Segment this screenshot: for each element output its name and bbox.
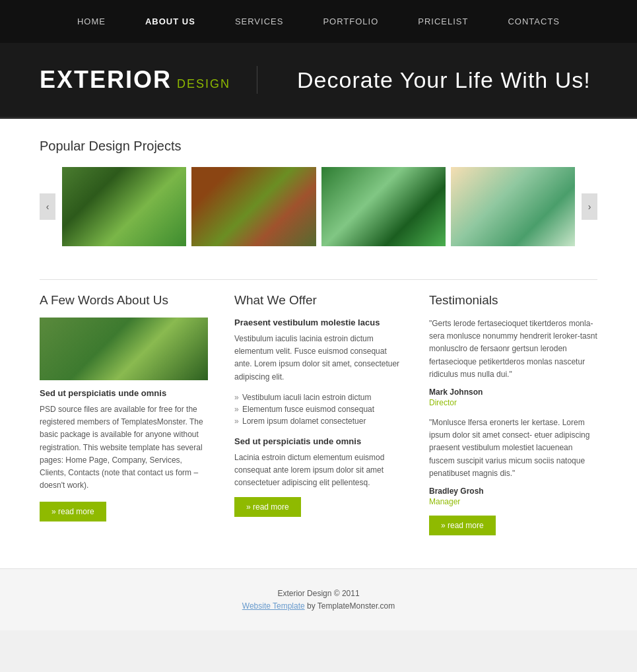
offer-list-item-1: Vestibulum iaculi lacin estroin dictum bbox=[234, 391, 403, 403]
offer-text-2: Lacinia estroin dictum elementum euismod… bbox=[234, 452, 403, 490]
testimonials-title: Testimonials bbox=[429, 293, 597, 308]
carousel-prev[interactable]: ‹ bbox=[40, 193, 55, 220]
brand-sub: DESIGN bbox=[177, 77, 230, 91]
testimonials-column: Testimonials "Gerts lerode fertasecioque… bbox=[429, 293, 597, 535]
carousel-item-2 bbox=[191, 167, 316, 246]
carousel-next[interactable]: › bbox=[582, 193, 597, 220]
offer-title: What We Offer bbox=[234, 293, 403, 308]
offer-read-more[interactable]: » read more bbox=[234, 497, 301, 517]
about-image bbox=[40, 318, 208, 380]
hero-tagline: Decorate Your Life With Us! bbox=[297, 67, 591, 93]
footer-template-link: Website Template by TemplateMonster.com bbox=[20, 601, 617, 611]
about-text: PSD source files are available for free … bbox=[40, 403, 208, 492]
carousel-track bbox=[55, 167, 582, 246]
about-subtitle: Sed ut perspiciatis unde omnis bbox=[40, 388, 208, 398]
carousel: ‹ › bbox=[40, 167, 597, 246]
about-title: A Few Words About Us bbox=[40, 293, 208, 308]
offer-column: What We Offer Praesent vestibulum molest… bbox=[234, 293, 403, 535]
testimonial-role-2: Manager bbox=[429, 497, 597, 506]
offer-subtitle-1: Praesent vestibulum molestie lacus bbox=[234, 318, 403, 327]
testimonial-quote-2: "Monlusce lfersa eronerts ler kertase. L… bbox=[429, 417, 597, 480]
testimonial-role-1: Director bbox=[429, 398, 597, 407]
testimonials-read-more[interactable]: » read more bbox=[429, 516, 496, 535]
nav-about[interactable]: ABOUT US bbox=[145, 17, 195, 26]
footer-copyright: Exterior Design © 2011 bbox=[20, 589, 617, 598]
about-column: A Few Words About Us Sed ut perspiciatis… bbox=[40, 293, 208, 535]
garden-image-3 bbox=[321, 167, 446, 246]
hero-brand: EXTERIOR DESIGN bbox=[40, 66, 257, 94]
about-read-more[interactable]: » read more bbox=[40, 502, 106, 521]
garden-image-2 bbox=[191, 167, 316, 246]
nav-pricelist[interactable]: PRICELIST bbox=[418, 17, 468, 26]
testimonial-name-2: Bradley Grosh bbox=[429, 487, 597, 496]
offer-text-1: Vestibulum iaculis lacinia estroin dictu… bbox=[234, 333, 403, 384]
nav-contacts[interactable]: CONTACTS bbox=[508, 17, 560, 26]
testimonial-name-1: Mark Johnson bbox=[429, 387, 597, 397]
offer-list-item-2: Elementum fusce euismod consequat bbox=[234, 403, 403, 415]
garden-image-4 bbox=[451, 167, 575, 246]
nav-portfolio[interactable]: PORTFOLIO bbox=[323, 17, 378, 26]
carousel-item-3 bbox=[321, 167, 446, 246]
section-divider bbox=[40, 279, 597, 280]
footer: Exterior Design © 2011 Website Template … bbox=[0, 568, 637, 630]
hero-section: EXTERIOR DESIGN Decorate Your Life With … bbox=[0, 43, 637, 119]
testimonial-quote-1: "Gerts lerode fertasecioquet tikertderos… bbox=[429, 318, 597, 381]
projects-title: Popular Design Projects bbox=[40, 139, 597, 154]
carousel-item-1 bbox=[62, 167, 186, 246]
footer-suffix: by TemplateMonster.com bbox=[305, 601, 395, 611]
offer-list: Vestibulum iaculi lacin estroin dictum E… bbox=[234, 391, 403, 427]
three-columns: A Few Words About Us Sed ut perspiciatis… bbox=[40, 293, 597, 535]
offer-subtitle-2: Sed ut perspiciatis unde omnis bbox=[234, 436, 403, 446]
navigation: HOME ABOUT US SERVICES PORTFOLIO PRICELI… bbox=[0, 0, 637, 43]
brand-main: EXTERIOR bbox=[40, 66, 172, 94]
garden-image-1 bbox=[62, 167, 186, 246]
nav-home[interactable]: HOME bbox=[77, 17, 106, 26]
footer-website-template-link[interactable]: Website Template bbox=[242, 601, 305, 611]
main-content: Popular Design Projects ‹ › A Few Words … bbox=[0, 119, 637, 568]
carousel-item-4 bbox=[451, 167, 575, 246]
offer-list-item-3: Lorem ipsum dolamet consectetuer bbox=[234, 415, 403, 427]
nav-services[interactable]: SERVICES bbox=[235, 17, 284, 26]
